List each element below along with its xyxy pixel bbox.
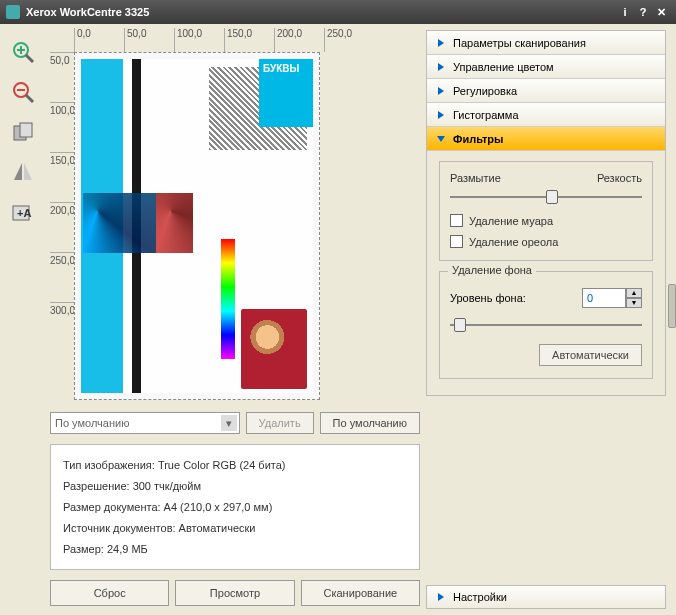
info-icon[interactable]: i bbox=[616, 6, 634, 18]
expand-icon bbox=[435, 61, 447, 73]
app-icon bbox=[6, 5, 20, 19]
bg-level-label: Уровень фона: bbox=[450, 292, 574, 304]
reset-button[interactable]: Сброс bbox=[50, 580, 169, 606]
titlebar: Xerox WorkCentre 3325 i ? ✕ bbox=[0, 0, 676, 24]
preview-text-box: БУКВЫ bbox=[259, 59, 313, 127]
preview-palette bbox=[221, 239, 235, 359]
section-histogram[interactable]: Гистограмма bbox=[427, 103, 665, 127]
info-file-size: Размер: 24,9 МБ bbox=[63, 539, 407, 560]
bg-level-spinner[interactable]: ▲▼ bbox=[582, 288, 642, 308]
descreen-checkbox[interactable]: Удаление муара bbox=[450, 214, 642, 227]
zoom-out-icon[interactable] bbox=[9, 78, 37, 106]
section-settings[interactable]: Настройки bbox=[426, 585, 666, 609]
mirror-icon[interactable] bbox=[9, 158, 37, 186]
scan-button[interactable]: Сканирование bbox=[301, 580, 420, 606]
scan-preview[interactable]: БУКВЫ bbox=[74, 52, 320, 400]
spin-up-icon[interactable]: ▲ bbox=[626, 288, 642, 298]
bg-remove-group: Удаление фона Уровень фона: ▲▼ Автоматич… bbox=[439, 271, 653, 379]
info-resolution: Разрешение: 300 тчк/дюйм bbox=[63, 476, 407, 497]
ruler-horizontal: 0,050,0100,0150,0200,0250,0 bbox=[74, 28, 420, 52]
blur-sharpen-slider[interactable] bbox=[450, 188, 642, 206]
svg-line-1 bbox=[26, 55, 33, 62]
help-icon[interactable]: ? bbox=[634, 6, 652, 18]
section-scan-params[interactable]: Параметры сканирования bbox=[427, 31, 665, 55]
blur-label: Размытие bbox=[450, 172, 501, 184]
bg-level-input[interactable] bbox=[582, 288, 626, 308]
preset-combo[interactable]: По умолчанию ▾ bbox=[50, 412, 240, 434]
sharpen-label: Резкость bbox=[597, 172, 642, 184]
svg-line-5 bbox=[26, 95, 33, 102]
preset-row: По умолчанию ▾ Удалить По умолчанию bbox=[50, 412, 420, 434]
info-box: Тип изображения: True Color RGB (24 бита… bbox=[50, 444, 420, 570]
ruler-vertical: 50,0100,0150,0200,0250,0300,0 bbox=[50, 52, 74, 400]
dehalo-checkbox[interactable]: Удаление ореола bbox=[450, 235, 642, 248]
preview-panel: 0,050,0100,0150,0200,0250,0 50,0100,0150… bbox=[46, 24, 424, 615]
info-image-type: Тип изображения: True Color RGB (24 бита… bbox=[63, 455, 407, 476]
blur-sharpen-group: Размытие Резкость Удаление муара Удалени… bbox=[439, 161, 653, 261]
spin-down-icon[interactable]: ▼ bbox=[626, 298, 642, 308]
accordion: Параметры сканирования Управление цветом… bbox=[426, 30, 666, 396]
filters-body: Размытие Резкость Удаление муара Удалени… bbox=[427, 151, 665, 395]
close-icon[interactable]: ✕ bbox=[652, 6, 670, 19]
action-buttons: Сброс Просмотр Сканирование bbox=[50, 580, 420, 606]
section-adjust[interactable]: Регулировка bbox=[427, 79, 665, 103]
svg-text:+A: +A bbox=[17, 207, 31, 219]
zoom-in-icon[interactable] bbox=[9, 38, 37, 66]
expand-icon bbox=[435, 109, 447, 121]
expand-icon bbox=[435, 591, 447, 603]
info-doc-size: Размер документа: A4 (210,0 x 297,0 мм) bbox=[63, 497, 407, 518]
delete-preset-button[interactable]: Удалить bbox=[246, 412, 314, 434]
left-toolbar: +A bbox=[0, 24, 46, 615]
settings-panel: Параметры сканирования Управление цветом… bbox=[424, 24, 676, 615]
expand-icon bbox=[435, 85, 447, 97]
scroll-grip[interactable] bbox=[668, 284, 676, 328]
auto-bg-button[interactable]: Автоматически bbox=[539, 344, 642, 366]
section-filters[interactable]: Фильтры bbox=[427, 127, 665, 151]
preview-color-fans bbox=[83, 193, 229, 313]
default-preset-button[interactable]: По умолчанию bbox=[320, 412, 420, 434]
checkbox-icon bbox=[450, 214, 463, 227]
checkbox-icon bbox=[450, 235, 463, 248]
preview-button[interactable]: Просмотр bbox=[175, 580, 294, 606]
section-color-mgmt[interactable]: Управление цветом bbox=[427, 55, 665, 79]
auto-crop-icon[interactable]: +A bbox=[9, 198, 37, 226]
settings-bar: Настройки bbox=[426, 585, 666, 609]
preset-combo-value: По умолчанию bbox=[55, 417, 129, 429]
rotate-icon[interactable] bbox=[9, 118, 37, 146]
window-title: Xerox WorkCentre 3325 bbox=[26, 6, 616, 18]
info-source: Источник документов: Автоматически bbox=[63, 518, 407, 539]
svg-rect-8 bbox=[20, 123, 32, 137]
bg-remove-legend: Удаление фона bbox=[448, 264, 536, 276]
expand-icon bbox=[435, 37, 447, 49]
preview-photo bbox=[241, 309, 307, 389]
collapse-icon bbox=[435, 133, 447, 145]
chevron-down-icon[interactable]: ▾ bbox=[221, 415, 237, 431]
bg-level-slider[interactable] bbox=[450, 316, 642, 334]
